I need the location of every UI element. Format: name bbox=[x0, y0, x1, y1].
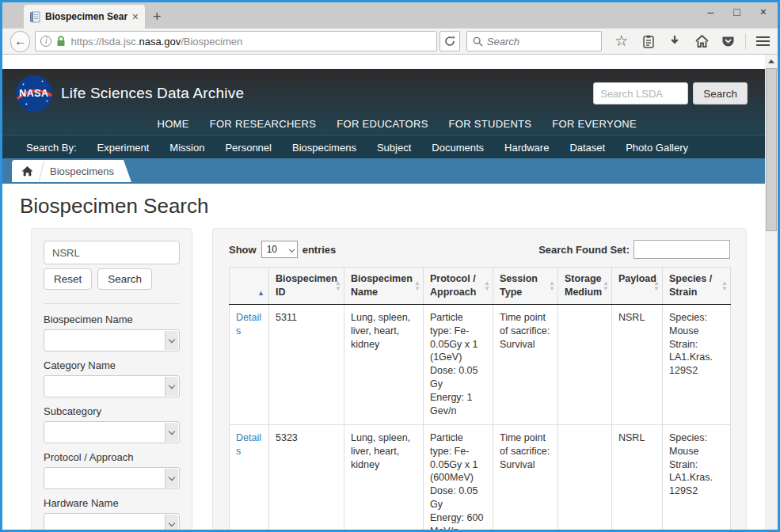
filter-search-button[interactable]: Search bbox=[97, 268, 152, 290]
pocket-icon[interactable] bbox=[721, 33, 736, 49]
details-link[interactable]: Details bbox=[236, 312, 261, 336]
found-set-input[interactable] bbox=[634, 240, 730, 259]
column-header-species-strain[interactable]: Species / Strain▲▼ bbox=[663, 268, 731, 305]
column-header-payload[interactable]: Payload▲▼ bbox=[612, 268, 663, 305]
results-table: ▲ Biospecimen ID▲▼ Biospecimen Name▲▼ Pr… bbox=[229, 267, 731, 530]
searchby-dataset[interactable]: Dataset bbox=[569, 142, 605, 154]
protocol-approach-label: Protocol / Approach bbox=[44, 451, 180, 463]
lock-icon[interactable] bbox=[56, 36, 66, 47]
url-path: /Biospecimen bbox=[181, 36, 242, 48]
column-header-session-type[interactable]: Session Type▲▼ bbox=[493, 268, 558, 305]
sort-icons: ▲▼ bbox=[549, 280, 555, 291]
sort-icons: ▲▼ bbox=[603, 280, 609, 291]
sort-icons: ▲▼ bbox=[484, 280, 490, 291]
downloads-icon[interactable] bbox=[668, 33, 683, 49]
cell-session-type: Time point of sacrifice: Survival bbox=[493, 304, 558, 424]
scrollbar-thumb[interactable] bbox=[766, 68, 777, 231]
searchby-biospecimens[interactable]: Biospecimens bbox=[292, 142, 356, 154]
biospecimen-name-select[interactable] bbox=[44, 329, 180, 352]
url-domain: nasa.gov bbox=[139, 36, 181, 48]
clipboard-icon[interactable] bbox=[641, 33, 656, 49]
browser-toolbar: ← i https://lsda.jsc.nasa.gov/Biospecime… bbox=[2, 28, 778, 55]
site-brand[interactable]: Life Sciences Data Archive bbox=[61, 85, 244, 102]
searchby-documents[interactable]: Documents bbox=[432, 142, 484, 154]
page-scrollbar[interactable] bbox=[765, 55, 778, 530]
chevron-down-icon bbox=[165, 331, 178, 350]
cell-species-strain: Species: Mouse Strain: LA1.Kras. 129S2 bbox=[663, 424, 731, 530]
details-link[interactable]: Details bbox=[236, 432, 261, 457]
tab-close-icon[interactable]: × bbox=[132, 11, 139, 22]
cell-species-strain: Species: Mouse Strain: LA1.Kras. 129S2 bbox=[663, 304, 731, 424]
reload-icon[interactable] bbox=[439, 31, 459, 51]
primary-nav: HOME FOR RESEARCHERS FOR EDUCATORS FOR S… bbox=[158, 118, 637, 130]
results-panel: Show 10 entries Search Found Set: bbox=[212, 228, 747, 530]
searchby-mission[interactable]: Mission bbox=[169, 142, 204, 154]
browser-window: Biospecimen Search × + – □ × ← i https:/… bbox=[0, 0, 780, 532]
column-label: Storage Medium bbox=[565, 273, 602, 298]
scroll-up-icon[interactable] bbox=[765, 55, 778, 67]
page-top-gap bbox=[2, 55, 778, 69]
url-bar[interactable]: i https://lsda.jsc.nasa.gov/Biospecimen bbox=[35, 31, 437, 51]
column-header-storage-medium[interactable]: Storage Medium▲▼ bbox=[558, 268, 612, 305]
page-title: Biospecimen Search bbox=[20, 184, 778, 228]
protocol-approach-select[interactable] bbox=[44, 467, 180, 489]
toolbar-separator bbox=[745, 33, 746, 49]
table-header-row: ▲ Biospecimen ID▲▼ Biospecimen Name▲▼ Pr… bbox=[230, 268, 731, 305]
sort-asc-icon: ▲ bbox=[257, 288, 264, 298]
column-header-details[interactable]: ▲ bbox=[230, 268, 269, 305]
cell-biospecimen-id: 5323 bbox=[269, 424, 344, 530]
searchby-hardware[interactable]: Hardware bbox=[504, 142, 549, 154]
breadcrumb-bar: Biospecimens bbox=[2, 158, 778, 184]
reset-button[interactable]: Reset bbox=[44, 268, 92, 290]
searchby-subject[interactable]: Subject bbox=[377, 142, 411, 154]
searchby-personnel[interactable]: Personnel bbox=[225, 142, 272, 154]
nav-for-educators[interactable]: FOR EDUCATORS bbox=[337, 118, 428, 130]
column-header-protocol-approach[interactable]: Protocol / Approach▲▼ bbox=[424, 268, 493, 305]
breadcrumb-home-icon[interactable] bbox=[21, 165, 33, 177]
cell-payload: NSRL bbox=[612, 424, 663, 530]
new-tab-button[interactable]: + bbox=[153, 10, 162, 24]
column-label: Biospecimen ID bbox=[276, 273, 337, 298]
filter-sidebar: Reset Search Biospecimen Name Category N… bbox=[31, 228, 192, 530]
maximize-button[interactable]: □ bbox=[733, 6, 740, 18]
back-button[interactable]: ← bbox=[10, 31, 30, 52]
subcategory-select[interactable] bbox=[44, 421, 180, 443]
column-header-biospecimen-id[interactable]: Biospecimen ID▲▼ bbox=[269, 268, 344, 305]
browser-tab[interactable]: Biospecimen Search × bbox=[24, 5, 145, 28]
menu-icon[interactable] bbox=[756, 36, 770, 46]
cell-biospecimen-name: Lung, spleen, liver, heart, kidney bbox=[344, 304, 424, 424]
nasa-logo[interactable]: NASA bbox=[15, 74, 53, 112]
column-label: Protocol / Approach bbox=[430, 273, 476, 298]
searchby-photo-gallery[interactable]: Photo Gallery bbox=[626, 142, 688, 154]
page-size-value: 10 bbox=[267, 244, 277, 255]
column-label: Species / Strain bbox=[669, 273, 712, 298]
close-button[interactable]: × bbox=[760, 6, 767, 18]
keyword-input[interactable] bbox=[44, 241, 180, 264]
column-header-biospecimen-name[interactable]: Biospecimen Name▲▼ bbox=[344, 268, 424, 305]
cell-protocol-approach: Particle type: Fe- 0.05Gy x 1 (600MeV) D… bbox=[424, 424, 493, 530]
nav-home[interactable]: HOME bbox=[158, 118, 189, 130]
hardware-name-select[interactable] bbox=[44, 513, 180, 530]
chevron-down-icon bbox=[165, 515, 178, 530]
tab-bar: Biospecimen Search × + – □ × bbox=[2, 2, 778, 28]
site-search-button[interactable]: Search bbox=[693, 82, 748, 104]
minimize-button[interactable]: – bbox=[708, 6, 714, 18]
page-info-icon[interactable]: i bbox=[40, 36, 51, 47]
nav-for-researchers[interactable]: FOR RESEARCHERS bbox=[210, 118, 317, 130]
page-viewport: NASA Life Sciences Data Archive Search H… bbox=[2, 55, 778, 530]
nav-for-everyone[interactable]: FOR EVERYONE bbox=[552, 118, 637, 130]
site-search-input[interactable] bbox=[593, 82, 688, 104]
bookmark-star-icon[interactable]: ☆ bbox=[614, 33, 629, 49]
cell-biospecimen-name: Lung, spleen, liver, heart, kidney bbox=[344, 424, 424, 530]
nav-for-students[interactable]: FOR STUDENTS bbox=[449, 118, 532, 130]
url-text: https://lsda.jsc.nasa.gov/Biospecimen bbox=[70, 36, 242, 48]
chevron-down-icon bbox=[165, 377, 178, 396]
cell-storage-medium bbox=[558, 424, 612, 530]
searchby-experiment[interactable]: Experiment bbox=[97, 142, 150, 154]
browser-search-field[interactable] bbox=[466, 31, 603, 51]
category-name-select[interactable] bbox=[44, 375, 180, 397]
column-label: Session Type bbox=[500, 273, 538, 298]
page-size-select[interactable]: 10 bbox=[261, 241, 298, 258]
home-icon[interactable] bbox=[694, 33, 710, 49]
browser-search-input[interactable] bbox=[487, 36, 596, 48]
